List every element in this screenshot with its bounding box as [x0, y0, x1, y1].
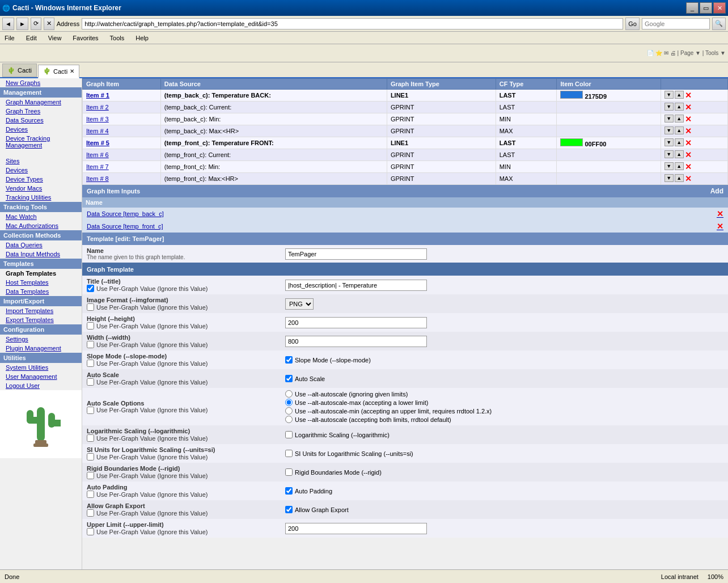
delete-4[interactable]: ✕: [685, 126, 692, 136]
move-up-4[interactable]: ▲: [675, 126, 684, 134]
add-input-button[interactable]: Add: [710, 187, 723, 195]
search-input[interactable]: [642, 18, 710, 29]
move-up-1[interactable]: ▲: [675, 91, 684, 99]
move-down-7[interactable]: ▼: [664, 162, 674, 170]
field-rigid-checkbox[interactable]: [87, 472, 94, 479]
sidebar-item-import-templates[interactable]: Import Templates: [0, 306, 82, 315]
move-down-8[interactable]: ▼: [664, 174, 674, 182]
sidebar-item-vendor-macs[interactable]: Vendor Macs: [0, 184, 82, 193]
move-up-8[interactable]: ▲: [675, 174, 684, 182]
refresh-button[interactable]: ⟳: [31, 18, 41, 30]
field-log-right-checkbox[interactable]: [285, 431, 293, 438]
sidebar-item-system-utilities[interactable]: System Utilities: [0, 363, 82, 372]
item-link-8[interactable]: Item # 8: [86, 175, 109, 182]
move-down-1[interactable]: ▼: [664, 91, 674, 99]
delete-3[interactable]: ✕: [685, 115, 692, 124]
delete-1[interactable]: ✕: [685, 91, 692, 100]
field-slope-checkbox[interactable]: [87, 360, 94, 367]
sidebar-item-logout[interactable]: Logout User: [0, 381, 82, 390]
item-link-2[interactable]: Item # 2: [86, 104, 109, 111]
sidebar-item-settings[interactable]: Settings: [0, 335, 82, 344]
item-link-5[interactable]: Item # 5: [86, 140, 109, 146]
field-log-checkbox[interactable]: [87, 434, 94, 442]
tab-cacti-2[interactable]: 🌵 Cacti ✕: [38, 65, 79, 78]
move-up-6[interactable]: ▲: [675, 150, 684, 158]
field-graphexport-right-checkbox[interactable]: [285, 506, 293, 513]
move-down-5[interactable]: ▼: [664, 138, 674, 146]
item-link-4[interactable]: Item # 4: [86, 128, 109, 134]
input-delete-2[interactable]: ✕: [717, 222, 723, 231]
field-height-checkbox[interactable]: [87, 322, 94, 329]
field-slope-right-checkbox[interactable]: [285, 356, 293, 364]
back-button[interactable]: ◄: [2, 18, 14, 30]
field-imgformat-checkbox[interactable]: [87, 303, 94, 311]
tab-cacti-1[interactable]: 🌵 Cacti: [2, 64, 37, 77]
sidebar-item-device-types[interactable]: Device Types: [0, 175, 82, 184]
field-si-checkbox[interactable]: [87, 453, 94, 461]
sidebar-item-sites[interactable]: Sites: [0, 157, 82, 166]
radio-altautoscale-min[interactable]: [285, 407, 293, 415]
menu-view[interactable]: View: [46, 33, 64, 43]
sidebar-item-mac-auth[interactable]: Mac Authorizations: [0, 221, 82, 230]
field-autoscale-right-checkbox[interactable]: [285, 375, 293, 382]
item-link-7[interactable]: Item # 7: [86, 163, 109, 170]
delete-7[interactable]: ✕: [685, 162, 692, 171]
delete-2[interactable]: ✕: [685, 103, 692, 112]
delete-5[interactable]: ✕: [685, 138, 692, 147]
sidebar-item-device-tracking[interactable]: Device Tracking Management: [0, 134, 82, 150]
menu-help[interactable]: Help: [133, 33, 151, 43]
restore-button[interactable]: ▭: [700, 2, 712, 14]
menu-file[interactable]: File: [2, 33, 17, 43]
item-link-6[interactable]: Item # 6: [86, 151, 109, 158]
move-up-2[interactable]: ▲: [675, 103, 684, 111]
field-title-checkbox[interactable]: [87, 285, 94, 292]
delete-6[interactable]: ✕: [685, 150, 692, 159]
sidebar-item-plugin-management[interactable]: Plugin Management: [0, 344, 82, 353]
address-input[interactable]: [82, 18, 623, 29]
forward-button[interactable]: ►: [16, 18, 28, 30]
field-si-right-checkbox[interactable]: [285, 450, 293, 457]
go-button[interactable]: Go: [625, 18, 640, 30]
sidebar-item-user-management[interactable]: User Management: [0, 372, 82, 381]
move-up-5[interactable]: ▲: [675, 138, 684, 146]
item-link-1[interactable]: Item # 1: [86, 92, 109, 99]
field-autoscale-options-checkbox[interactable]: [87, 407, 94, 414]
field-autopadding-checkbox[interactable]: [87, 491, 94, 498]
move-down-3[interactable]: ▼: [664, 115, 674, 122]
sidebar-item-graph-management[interactable]: Graph Management: [0, 98, 82, 107]
item-link-3[interactable]: Item # 3: [86, 116, 109, 122]
sidebar-item-host-templates[interactable]: Host Templates: [0, 278, 82, 287]
move-up-7[interactable]: ▲: [675, 162, 684, 170]
menu-edit[interactable]: Edit: [24, 33, 39, 43]
menu-tools[interactable]: Tools: [108, 33, 127, 43]
field-title-input[interactable]: [285, 280, 427, 291]
field-imgformat-select[interactable]: PNG GIF SVG: [285, 298, 314, 310]
delete-8[interactable]: ✕: [685, 174, 692, 183]
sidebar-item-graph-templates[interactable]: Graph Templates: [0, 269, 82, 278]
move-up-3[interactable]: ▲: [675, 115, 684, 122]
field-graphexport-checkbox[interactable]: [87, 509, 94, 517]
field-width-checkbox[interactable]: [87, 341, 94, 348]
sidebar-item-mac-watch[interactable]: Mac Watch: [0, 212, 82, 221]
minimize-button[interactable]: _: [686, 2, 699, 14]
sidebar-item-new-graphs[interactable]: New Graphs: [0, 78, 82, 87]
move-down-2[interactable]: ▼: [664, 103, 674, 111]
move-down-4[interactable]: ▼: [664, 126, 674, 134]
sidebar-item-data-input-methods[interactable]: Data Input Methods: [0, 250, 82, 259]
input-link-1[interactable]: Data Source [temp_back_c]: [87, 210, 164, 217]
sidebar-item-data-sources[interactable]: Data Sources: [0, 116, 82, 125]
input-link-2[interactable]: Data Source [temp_front_c]: [87, 223, 163, 230]
template-name-input[interactable]: [285, 248, 427, 260]
tab-close-button[interactable]: ✕: [70, 68, 74, 74]
menu-favorites[interactable]: Favorites: [70, 33, 100, 43]
sidebar-item-tracking-utilities[interactable]: Tracking Utilities: [0, 193, 82, 202]
field-upperlimit-checkbox[interactable]: [87, 528, 94, 535]
sidebar-item-devices2[interactable]: Devices: [0, 166, 82, 175]
radio-altautoscale-both[interactable]: [285, 416, 293, 423]
field-autoscale-checkbox[interactable]: [87, 378, 94, 386]
field-width-input[interactable]: [285, 336, 427, 347]
field-autopadding-right-checkbox[interactable]: [285, 487, 293, 495]
radio-altautoscale-max[interactable]: [285, 399, 293, 406]
sidebar-item-data-queries[interactable]: Data Queries: [0, 240, 82, 250]
field-height-input[interactable]: [285, 317, 427, 328]
